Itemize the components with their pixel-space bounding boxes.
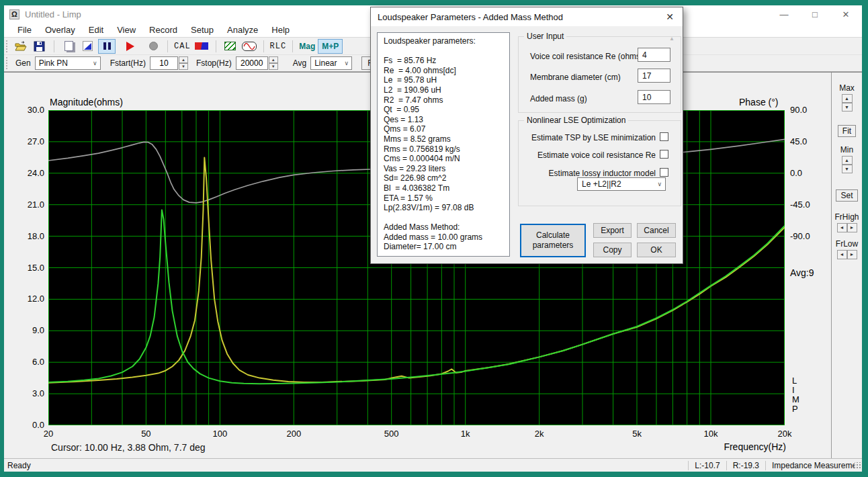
- signal-generator-button[interactable]: [241, 39, 257, 54]
- spin-down-icon[interactable]: ▼: [179, 63, 188, 70]
- copy-button[interactable]: [60, 39, 77, 54]
- spectrum-button[interactable]: [193, 39, 210, 54]
- calibrate-button[interactable]: CAL: [174, 39, 191, 54]
- estimate-tsp-checkbox[interactable]: [660, 132, 668, 141]
- averaging-select[interactable]: Linear ∨: [310, 56, 352, 70]
- spin-down-icon[interactable]: ▼: [269, 63, 278, 70]
- frhigh-label: FrHigh: [834, 212, 859, 222]
- rlc-button[interactable]: RLC: [270, 39, 287, 54]
- fstart-input[interactable]: [150, 56, 178, 70]
- average-count-readout: Avg:9: [790, 267, 814, 278]
- fstop-stepper[interactable]: ▲▼: [236, 56, 278, 70]
- pause-button[interactable]: [98, 39, 116, 54]
- x-tick-5k: 5k: [632, 429, 642, 439]
- menu-item-file[interactable]: File: [11, 24, 38, 37]
- cal-label: CAL: [174, 42, 191, 51]
- y-tick-3: 3.0: [9, 388, 44, 398]
- spin-up-icon[interactable]: ▲: [179, 56, 188, 63]
- status-message: Ready: [4, 461, 31, 470]
- dialog-close-button[interactable]: ✕: [664, 11, 676, 22]
- toolbar-gripper[interactable]: [6, 40, 7, 52]
- scale-button[interactable]: [79, 39, 95, 54]
- re-input[interactable]: 4: [638, 48, 670, 62]
- cancel-button[interactable]: Cancel: [637, 223, 676, 238]
- fit-button[interactable]: Fit: [838, 125, 856, 137]
- fstop-label: Fstop(Hz): [196, 58, 232, 68]
- menu-item-help[interactable]: Help: [265, 24, 296, 37]
- spin-left-icon[interactable]: ◄: [837, 223, 847, 232]
- open-file-button[interactable]: [13, 39, 29, 54]
- calculate-parameters-button[interactable]: Calculate parameters: [520, 224, 586, 257]
- spin-right-icon[interactable]: ►: [847, 223, 857, 232]
- y-tick-6: 6.0: [9, 357, 44, 367]
- parameter-line: Qms = 6.07: [384, 124, 509, 134]
- fstart-spin-buttons[interactable]: ▲▼: [179, 56, 188, 70]
- added-mass-input[interactable]: 10: [638, 90, 670, 104]
- x-tick-10k: 10k: [704, 429, 718, 439]
- limp-letter: M: [792, 395, 799, 404]
- spin-up-icon[interactable]: ▲: [269, 56, 278, 63]
- parameters-listbox[interactable]: Loudspeaker parameters: Fs = 85.76 HzRe …: [377, 32, 510, 257]
- x-tick-2k: 2k: [535, 429, 544, 439]
- parameter-line: [384, 46, 509, 56]
- dialog-title-bar[interactable]: Loudspeaker Parameters - Added Mass Meth…: [371, 7, 683, 26]
- mag-label: Mag: [299, 42, 315, 51]
- estimate-inductor-checkbox[interactable]: [660, 168, 668, 177]
- fstart-stepper[interactable]: ▲▼: [150, 56, 188, 70]
- menu-item-view[interactable]: View: [110, 24, 142, 37]
- phase-tick-90.0: 90.0: [790, 105, 821, 115]
- estimate-tsp-label: Estimate TSP by LSE minimization: [515, 133, 656, 142]
- menu-item-analyze[interactable]: Analyze: [220, 24, 265, 37]
- fstop-spin-buttons[interactable]: ▲▼: [269, 56, 278, 70]
- toolbar-separator: [292, 40, 293, 52]
- inductor-model-select[interactable]: Le +L2||R2 ∨: [577, 177, 666, 191]
- maximize-button[interactable]: □: [810, 9, 820, 19]
- toolbar-gripper[interactable]: [6, 57, 7, 69]
- x-tick-20: 20: [44, 429, 53, 439]
- play-button[interactable]: [122, 39, 138, 54]
- menu-item-edit[interactable]: Edit: [82, 24, 110, 37]
- spin-down-icon[interactable]: ▼: [842, 165, 853, 173]
- toolbar-separator: [54, 40, 54, 52]
- save-button[interactable]: [32, 39, 48, 54]
- parameter-line: Added Mass Method:: [384, 222, 509, 232]
- frhigh-stepper[interactable]: ◄►: [837, 223, 857, 232]
- fstop-input[interactable]: [236, 56, 268, 70]
- export-button[interactable]: Export: [593, 223, 632, 238]
- set-button[interactable]: Set: [836, 189, 857, 202]
- diameter-input[interactable]: 17: [638, 69, 670, 83]
- menu-item-overlay[interactable]: Overlay: [38, 24, 82, 37]
- y-tick-30: 30.0: [9, 105, 44, 115]
- ok-button[interactable]: OK: [637, 243, 676, 257]
- max-stepper[interactable]: ▲▼: [842, 94, 853, 112]
- menu-item-setup[interactable]: Setup: [184, 24, 220, 37]
- record-button[interactable]: [145, 39, 161, 54]
- magnitude-view-button[interactable]: Mag: [299, 39, 315, 54]
- re-input-label: Voice coil resistance Re (ohms): [530, 52, 643, 61]
- y-tick-0: 0.0: [9, 420, 44, 430]
- x-tick-20k: 20k: [778, 429, 792, 439]
- minimize-button[interactable]: —: [779, 9, 789, 19]
- spin-up-icon[interactable]: ▲: [842, 156, 853, 165]
- spin-up-icon[interactable]: ▲: [842, 94, 853, 103]
- generator-type-select[interactable]: Pink PN ∨: [35, 56, 101, 70]
- estimate-re-checkbox[interactable]: [660, 150, 668, 159]
- min-stepper[interactable]: ▲▼: [842, 156, 853, 173]
- frlow-stepper[interactable]: ◄►: [837, 250, 857, 259]
- magnitude-phase-view-button[interactable]: M+P: [318, 39, 343, 54]
- spin-left-icon[interactable]: ◄: [837, 250, 847, 259]
- pause-icon: [103, 42, 111, 50]
- window-title: Untitled - Limp: [25, 9, 81, 19]
- copy-button[interactable]: Copy: [593, 243, 632, 257]
- resize-grip[interactable]: [855, 462, 861, 469]
- parameter-line: L2 = 190.96 uH: [384, 85, 509, 95]
- parameter-line: Vas = 29.23 liters: [384, 164, 509, 174]
- nyquist-button[interactable]: [222, 39, 238, 54]
- spin-right-icon[interactable]: ►: [847, 250, 857, 259]
- menu-item-record[interactable]: Record: [142, 24, 184, 37]
- scale-corner-icon: [83, 41, 93, 51]
- rlc-label: RLC: [270, 42, 287, 51]
- close-button[interactable]: ✕: [840, 9, 851, 19]
- spin-down-icon[interactable]: ▼: [842, 103, 853, 112]
- added-mass-input-label: Added mass (g): [530, 94, 587, 103]
